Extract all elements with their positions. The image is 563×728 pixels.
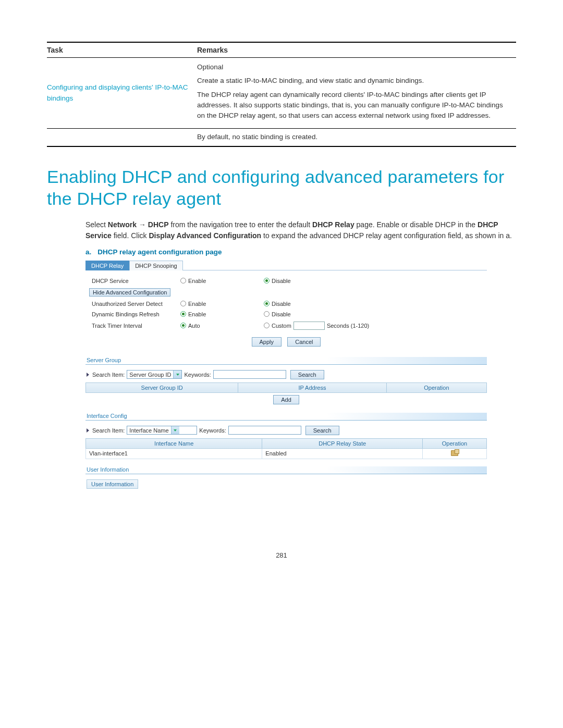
radio-track-custom[interactable] bbox=[264, 323, 270, 328]
chevron-down-icon bbox=[173, 371, 181, 378]
cell-interface-name: Vlan-interface1 bbox=[86, 448, 262, 459]
remarks-header: Remarks bbox=[197, 42, 516, 58]
interface-table: Interface Name DHCP Relay State Operatio… bbox=[85, 438, 487, 459]
server-group-search-button[interactable]: Search bbox=[290, 370, 324, 379]
radio-unauth-disable[interactable] bbox=[264, 301, 270, 306]
chevron-down-icon bbox=[171, 426, 179, 434]
search-item-label: Search Item: bbox=[92, 427, 125, 434]
interface-config-header: Interface Config bbox=[85, 413, 487, 421]
hide-advanced-button[interactable]: Hide Advanced Configuration bbox=[89, 288, 170, 297]
radio-service-disable[interactable] bbox=[264, 278, 270, 283]
dhcp-config-panel: DHCP Relay DHCP Snooping DHCP Service En… bbox=[85, 260, 487, 489]
track-seconds-input[interactable] bbox=[293, 322, 325, 330]
expand-icon[interactable] bbox=[87, 428, 89, 433]
col-interface-operation: Operation bbox=[422, 438, 486, 448]
section-title: Enabling DHCP and configuring advanced p… bbox=[47, 166, 516, 210]
expand-icon[interactable] bbox=[87, 373, 89, 377]
tab-dhcp-relay[interactable]: DHCP Relay bbox=[85, 261, 129, 270]
apply-button[interactable]: Apply bbox=[252, 337, 282, 347]
remarks-default: By default, no static binding is created… bbox=[197, 129, 516, 146]
table-row: Vlan-interface1 Enabled bbox=[86, 448, 487, 459]
label-track-timer: Track Timer Interval bbox=[92, 323, 180, 329]
label-dhcp-service: DHCP Service bbox=[92, 278, 180, 284]
search-item-label: Search Item: bbox=[92, 372, 125, 378]
label-dynamic-bindings: Dynamic Bindings Refresh bbox=[92, 311, 180, 317]
user-information-button[interactable]: User Information bbox=[87, 479, 138, 489]
body-paragraph: Select Network → DHCP from the navigatio… bbox=[85, 219, 516, 242]
remarks-create: Create a static IP-to-MAC binding, and v… bbox=[197, 76, 511, 86]
col-ip-address: IP Address bbox=[238, 382, 387, 392]
col-interface-name: Interface Name bbox=[86, 438, 262, 448]
radio-unauth-enable[interactable] bbox=[180, 301, 186, 306]
interface-keywords-input[interactable] bbox=[228, 426, 301, 435]
user-info-header: User Information bbox=[85, 466, 487, 474]
tab-bar: DHCP Relay DHCP Snooping bbox=[85, 260, 487, 270]
radio-track-auto[interactable] bbox=[180, 323, 186, 328]
keywords-label: Keywords: bbox=[184, 372, 211, 378]
page-number: 281 bbox=[47, 551, 516, 559]
cancel-button[interactable]: Cancel bbox=[287, 337, 321, 347]
keywords-label: Keywords: bbox=[199, 427, 226, 434]
task-link-ip-to-mac[interactable]: Configuring and displaying clients' IP-t… bbox=[47, 58, 197, 129]
interface-select[interactable]: Interface Name bbox=[127, 426, 197, 435]
remarks-desc: The DHCP relay agent can dynamically rec… bbox=[197, 90, 511, 121]
add-button[interactable]: Add bbox=[273, 395, 299, 404]
col-server-group-id: Server Group ID bbox=[86, 382, 238, 392]
radio-service-enable[interactable] bbox=[180, 278, 186, 283]
server-group-header: Server Group bbox=[85, 357, 487, 365]
tab-dhcp-snooping[interactable]: DHCP Snooping bbox=[129, 261, 183, 270]
task-header: Task bbox=[47, 42, 197, 58]
radio-dyn-disable[interactable] bbox=[264, 311, 270, 317]
cell-relay-state: Enabled bbox=[262, 448, 423, 459]
radio-dyn-enable[interactable] bbox=[180, 311, 186, 317]
remarks-cell: Optional Create a static IP-to-MAC bindi… bbox=[197, 58, 516, 129]
figure-caption: a.DHCP relay agent configuration page bbox=[85, 248, 516, 256]
task-remarks-table: Task Remarks Configuring and displaying … bbox=[47, 42, 516, 147]
server-group-table: Server Group ID IP Address Operation bbox=[85, 382, 487, 393]
col-dhcp-relay-state: DHCP Relay State bbox=[262, 438, 423, 448]
edit-icon[interactable] bbox=[451, 450, 458, 456]
label-unauth-detect: Unauthorized Server Detect bbox=[92, 301, 180, 307]
col-operation: Operation bbox=[386, 382, 486, 392]
interface-search-button[interactable]: Search bbox=[305, 426, 339, 435]
server-group-select[interactable]: Server Group ID bbox=[127, 370, 182, 379]
remarks-optional: Optional bbox=[197, 62, 511, 72]
server-group-keywords-input[interactable] bbox=[213, 370, 286, 379]
